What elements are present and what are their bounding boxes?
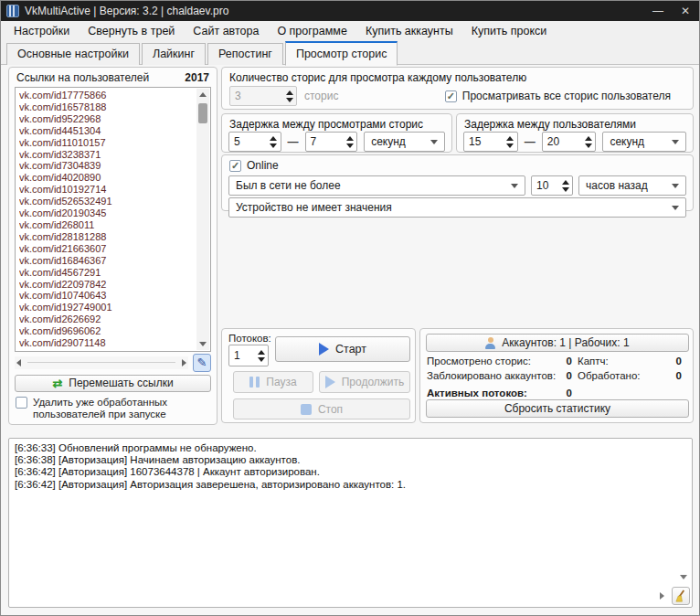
edit-icon: ✎ <box>197 356 207 369</box>
list-item[interactable]: vk.com/id4567291 <box>19 267 195 279</box>
chevron-down-icon <box>672 206 679 210</box>
delay-stories-row: 5 — 7 секунд <box>222 132 451 155</box>
accounts-bar-button[interactable]: Аккаунтов: 1 | Рабочих: 1 <box>426 334 689 352</box>
broom-icon <box>674 589 688 603</box>
log-area[interactable]: [6:36:33] Обновлений программы не обнару… <box>8 438 693 608</box>
hours-spinner[interactable]: 10 <box>531 175 573 196</box>
list-item[interactable]: vk.com/id17775866 <box>19 90 195 101</box>
resume-button: Продолжить <box>319 371 410 393</box>
tab-stories-view[interactable]: Просмотр сторис <box>285 41 398 66</box>
hours-unit-select[interactable]: часов назад <box>578 175 686 196</box>
delay-stories-from-spinner[interactable]: 5 <box>228 132 281 152</box>
scroll-down-icon[interactable] <box>680 575 687 579</box>
clear-log-button[interactable] <box>672 587 690 605</box>
last-seen-select[interactable]: Был в сети не более <box>228 175 525 196</box>
spin-up-icon[interactable] <box>562 180 569 185</box>
scrollbar-thumb[interactable] <box>198 103 207 123</box>
spin-down-icon[interactable] <box>562 187 569 192</box>
spin-down-icon[interactable] <box>346 143 354 148</box>
spin-up-icon[interactable] <box>506 136 514 141</box>
menu-bar: НастройкиСвернуть в трейСайт автораО про… <box>1 21 699 41</box>
online-checkbox[interactable]: ✓ <box>229 160 241 172</box>
tab-reposting[interactable]: Репостинг <box>207 43 283 65</box>
device-select[interactable]: Устройство не имеет значения <box>228 197 686 218</box>
delay-users-from-spinner[interactable]: 15 <box>463 132 518 152</box>
spinner-arrows <box>581 133 595 151</box>
list-item[interactable]: vk.com/id268011 <box>19 219 195 231</box>
list-item[interactable]: vk.com/id16578188 <box>19 101 195 113</box>
tab-liking[interactable]: Лайкинг <box>142 43 206 65</box>
delay-stories-unit-select[interactable]: секунд <box>364 132 445 152</box>
list-item[interactable]: vk.com/id10192714 <box>19 184 195 196</box>
delay-users-to-spinner[interactable]: 20 <box>542 132 597 152</box>
delay-stories-group: Задержка между просмотрами сторис 5 — 7 … <box>221 113 452 153</box>
list-item[interactable]: vk.com/id99325973 <box>19 349 195 350</box>
window-controls: — ✕ <box>644 1 699 21</box>
shuffle-links-button[interactable]: ⇄ Перемешать ссылки <box>15 375 211 392</box>
delay-stories-title: Задержка между просмотрами сторис <box>222 114 451 132</box>
close-icon[interactable]: ✕ <box>672 1 699 21</box>
list-item[interactable]: vk.com/id9696062 <box>19 325 195 337</box>
stat-row: Просмотрено сторис: 0 <box>427 356 578 366</box>
list-item[interactable]: vk.com/id28181288 <box>19 231 195 243</box>
list-item[interactable]: vk.com/id7304839 <box>19 160 195 172</box>
start-button[interactable]: Старт <box>275 336 410 362</box>
menu-item[interactable]: Сайт автора <box>184 22 268 40</box>
reset-stats-button[interactable]: Сбросить статистику <box>426 399 689 418</box>
delay-stories-to-spinner[interactable]: 7 <box>305 132 358 152</box>
view-all-stories-checkbox[interactable]: ✓ <box>445 90 457 102</box>
stories-count-group: Количество сторис для просмотра каждому … <box>221 67 694 110</box>
scroll-right-icon[interactable] <box>660 592 664 600</box>
app-icon <box>6 5 19 17</box>
delete-processed-checkbox[interactable] <box>16 397 27 409</box>
accounts-bar-label: Аккаунтов: 1 | Рабочих: 1 <box>502 336 629 349</box>
list-item[interactable]: vk.com/id21663607 <box>19 243 195 255</box>
list-item[interactable]: vk.com/id192749001 <box>19 302 195 313</box>
list-item[interactable]: vk.com/id29071148 <box>19 337 195 349</box>
links-listbox[interactable]: vk.com/id17775866vk.com/id16578188vk.com… <box>15 87 211 352</box>
scroll-down-icon[interactable] <box>199 342 207 346</box>
threads-spinner[interactable]: 1 <box>228 345 269 366</box>
delay-users-unit-select[interactable]: секунд <box>602 132 686 152</box>
list-item[interactable]: vk.com/id16846367 <box>19 255 195 267</box>
list-item[interactable]: vk.com/id11010157 <box>19 137 195 149</box>
list-item[interactable]: vk.com/id22097842 <box>19 279 195 291</box>
scroll-left-icon[interactable] <box>16 359 21 366</box>
tab-main-settings[interactable]: Основные настройки <box>6 43 140 65</box>
list-item[interactable]: vk.com/id4451304 <box>19 125 195 137</box>
pause-button-label: Пауза <box>266 376 296 388</box>
active-threads-value: 0 <box>567 388 572 398</box>
spin-down-icon[interactable] <box>585 143 592 148</box>
vertical-scrollbar[interactable] <box>196 89 209 350</box>
scroll-up-icon[interactable] <box>199 92 207 97</box>
stat-value: 0 <box>567 356 572 366</box>
spin-up-icon[interactable] <box>585 136 592 141</box>
edit-links-button[interactable]: ✎ <box>193 354 211 372</box>
list-item[interactable]: vk.com/id20190345 <box>19 207 195 219</box>
run-controls-group: Потоков: 1 Старт Пауза Продолжить Стоп <box>221 328 416 423</box>
minimize-icon[interactable]: — <box>644 1 672 21</box>
spin-down-icon[interactable] <box>506 143 514 148</box>
menu-item[interactable]: Настройки <box>5 22 79 40</box>
menu-item[interactable]: Купить аккаунты <box>356 22 462 40</box>
spinner-arrows <box>558 176 572 195</box>
play-icon <box>319 343 329 356</box>
menu-item[interactable]: Купить прокси <box>462 22 557 40</box>
list-item[interactable]: vk.com/id2626692 <box>19 313 195 325</box>
menu-item[interactable]: Свернуть в трей <box>79 22 184 40</box>
list-item[interactable]: vk.com/id4020890 <box>19 172 195 184</box>
spinner-arrows <box>343 133 356 151</box>
menu-item[interactable]: О программе <box>268 22 355 40</box>
list-item[interactable]: vk.com/id9522968 <box>19 113 195 125</box>
play-icon <box>325 376 335 388</box>
horizontal-scrollbar[interactable] <box>15 356 188 369</box>
scroll-right-icon[interactable] <box>182 359 186 366</box>
spin-down-icon[interactable] <box>270 143 277 148</box>
spin-up-icon[interactable] <box>258 350 265 355</box>
list-item[interactable]: vk.com/id526532491 <box>19 196 195 207</box>
spin-up-icon[interactable] <box>346 136 354 141</box>
list-item[interactable]: vk.com/id3238371 <box>19 149 195 161</box>
spin-up-icon[interactable] <box>270 136 277 141</box>
spin-down-icon[interactable] <box>258 357 265 362</box>
list-item[interactable]: vk.com/id10740643 <box>19 290 195 302</box>
